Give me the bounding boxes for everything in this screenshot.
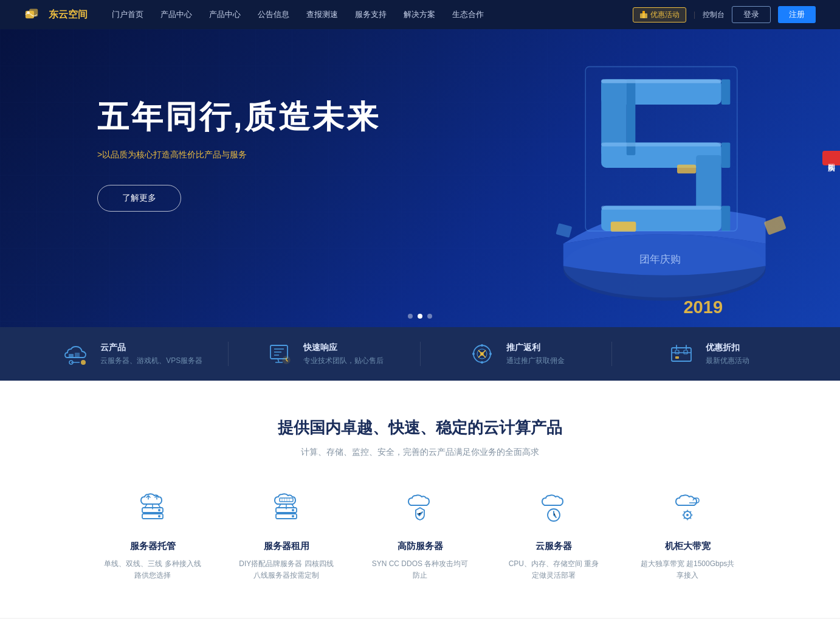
navbar: 东云空间 门户首页 产品中心 产品中心 公告信息 查报测速 服务支持 解决方案 …: [0, 0, 840, 29]
svg-rect-48: [280, 498, 293, 502]
feature-fast-response-desc: 专业技术团队，贴心售后: [303, 356, 384, 366]
nav-speedtest[interactable]: 查报测速: [306, 9, 338, 20]
feature-discounts-text: 优惠折扣 最新优惠活动: [706, 342, 749, 366]
dot-1[interactable]: [408, 314, 413, 319]
hero-dots: [408, 314, 432, 319]
bandwidth-svg: [667, 489, 707, 530]
cloud-server-svg: [534, 489, 574, 530]
product-rental[interactable]: 服务器租用 DIY搭配品牌服务器 四核四线八线服务器按需定制: [238, 488, 335, 581]
svg-point-36: [481, 361, 483, 364]
nav-promo-button[interactable]: 优惠活动: [633, 7, 686, 22]
features-bar: 云产品 云服务器、游戏机、VPS服务器 快速响应 专业技术团队，贴心售后: [0, 327, 840, 381]
logo-text: 东云空间: [49, 9, 88, 21]
svg-text:团年庆购: 团年庆购: [639, 254, 681, 265]
feature-cloud-products-desc: 云服务器、游戏机、VPS服务器: [100, 356, 202, 366]
feature-discounts-title: 优惠折扣: [706, 342, 749, 353]
nav-home[interactable]: 门户首页: [112, 9, 143, 20]
nav-support[interactable]: 服务支持: [355, 9, 387, 20]
svg-point-52: [292, 515, 294, 517]
hosting-svg: [133, 489, 173, 530]
product-bandwidth-desc: 超大独享带宽 超1500Gbps共享接入: [639, 558, 736, 581]
product-hosting[interactable]: 服务器托管 单线、双线、三线 多种接入线路供您选择: [104, 488, 201, 581]
fast-response-icon-wrap: [264, 339, 294, 368]
nav-solutions[interactable]: 解决方案: [404, 9, 435, 20]
cloud-products-icon: [63, 341, 89, 367]
promo-icon-wrap: [467, 339, 497, 368]
svg-point-37: [472, 353, 475, 355]
feature-promo-title: 推广返利: [506, 342, 565, 353]
nav-right: 优惠活动 | 控制台 登录 注册: [633, 6, 816, 23]
discounts-icon: [668, 341, 695, 367]
products-section: 提供国内卓越、快速、稳定的云计算产品 计算、存储、监控、安全，完善的云产品满足你…: [0, 381, 840, 618]
fast-response-icon: [266, 341, 292, 367]
product-cloud-server-name: 云服务器: [535, 541, 572, 552]
nav-links: 门户首页 产品中心 产品中心 公告信息 查报测速 服务支持 解决方案 生态合作: [112, 9, 633, 20]
product-ddos-icon: [399, 488, 441, 531]
product-ddos-desc: SYN CC DDOS 各种攻击均可防止: [371, 558, 469, 581]
dot-2[interactable]: [418, 314, 422, 319]
learn-more-button[interactable]: 了解更多: [97, 185, 181, 212]
dot-3[interactable]: [427, 314, 432, 319]
nav-products1[interactable]: 产品中心: [160, 9, 192, 20]
svg-rect-26: [556, 223, 572, 238]
nav-divider: |: [694, 10, 695, 19]
svg-point-35: [481, 344, 483, 347]
feature-discounts-desc: 最新优惠活动: [706, 356, 749, 366]
product-bandwidth-icon: [666, 488, 709, 531]
products-section-title: 提供国内卓越、快速、稳定的云计算产品: [49, 417, 791, 438]
promo-icon: [469, 341, 495, 367]
nav-admin[interactable]: 控制台: [703, 10, 725, 20]
products-section-subtitle: 计算、存储、监控、安全，完善的云产品满足你业务的全面高求: [49, 447, 791, 458]
feature-promo-desc: 通过推广获取佣金: [506, 356, 565, 366]
product-rental-name: 服务器租用: [264, 541, 309, 552]
svg-rect-40: [672, 348, 691, 361]
discounts-icon-wrap: [667, 339, 696, 368]
register-button[interactable]: 注册: [778, 6, 816, 23]
product-cloud-server-icon: [532, 488, 575, 531]
svg-point-55: [686, 514, 689, 516]
product-hosting-icon: [131, 488, 174, 531]
product-rental-desc: DIY搭配品牌服务器 四核四线八线服务器按需定制: [238, 558, 335, 581]
feature-cloud-products-title: 云产品: [100, 342, 202, 353]
svg-point-47: [158, 515, 160, 517]
product-rental-icon: [265, 488, 308, 531]
svg-rect-42: [684, 350, 687, 354]
side-tab[interactable]: 团年庆购: [822, 151, 840, 165]
hero-title: 五年同行,质造未来: [97, 96, 380, 139]
product-bandwidth-name: 机柜大带宽: [665, 541, 711, 552]
svg-point-38: [489, 353, 492, 355]
feature-fast-response-text: 快速响应 专业技术团队，贴心售后: [303, 342, 384, 366]
svg-rect-43: [675, 356, 679, 359]
product-bandwidth[interactable]: 机柜大带宽 超大独享带宽 超1500Gbps共享接入: [639, 488, 736, 581]
feature-fast-response-title: 快速响应: [303, 342, 384, 353]
feature-promo: 推广返利 通过推广获取佣金: [421, 339, 612, 368]
products-grid: 服务器托管 单线、双线、三线 多种接入线路供您选择 服务器租用 DIY搭配品牌服…: [49, 488, 791, 581]
svg-point-51: [292, 509, 294, 511]
hero-content: 五年同行,质造未来 >以品质为核心打造高性价比产品与服务 了解更多: [97, 96, 380, 212]
svg-rect-27: [69, 354, 74, 358]
logo[interactable]: 东云空间: [24, 8, 88, 21]
gift-icon: [639, 10, 648, 19]
product-ddos[interactable]: 高防服务器 SYN CC DDOS 各种攻击均可防止: [371, 488, 469, 581]
feature-discounts: 优惠折扣 最新优惠活动: [612, 339, 804, 368]
hero-decoration: 2019 团年庆购: [487, 41, 804, 321]
product-cloud-server-desc: CPU、内存、存储空间 重身定做灵活部署: [505, 558, 602, 581]
product-ddos-name: 高防服务器: [398, 541, 443, 552]
ddos-svg: [400, 489, 440, 530]
login-button[interactable]: 登录: [732, 6, 771, 23]
svg-point-29: [81, 360, 86, 365]
svg-rect-25: [764, 216, 787, 235]
feature-cloud-products: 云产品 云服务器、游戏机、VPS服务器: [36, 339, 228, 368]
hero-subtitle: >以品质为核心打造高性价比产品与服务: [97, 150, 380, 161]
svg-rect-41: [675, 350, 679, 354]
svg-text:2019: 2019: [683, 297, 723, 317]
product-hosting-desc: 单线、双线、三线 多种接入线路供您选择: [104, 558, 201, 581]
nav-products2[interactable]: 产品中心: [209, 9, 241, 20]
nav-ecosystem[interactable]: 生态合作: [452, 9, 484, 20]
nav-announcements[interactable]: 公告信息: [258, 9, 289, 20]
svg-point-46: [158, 509, 160, 511]
product-cloud-server[interactable]: 云服务器 CPU、内存、存储空间 重身定做灵活部署: [505, 488, 602, 581]
rental-svg: [266, 489, 306, 530]
hero-section: 五年同行,质造未来 >以品质为核心打造高性价比产品与服务 了解更多: [0, 29, 840, 327]
product-hosting-name: 服务器托管: [130, 541, 176, 552]
